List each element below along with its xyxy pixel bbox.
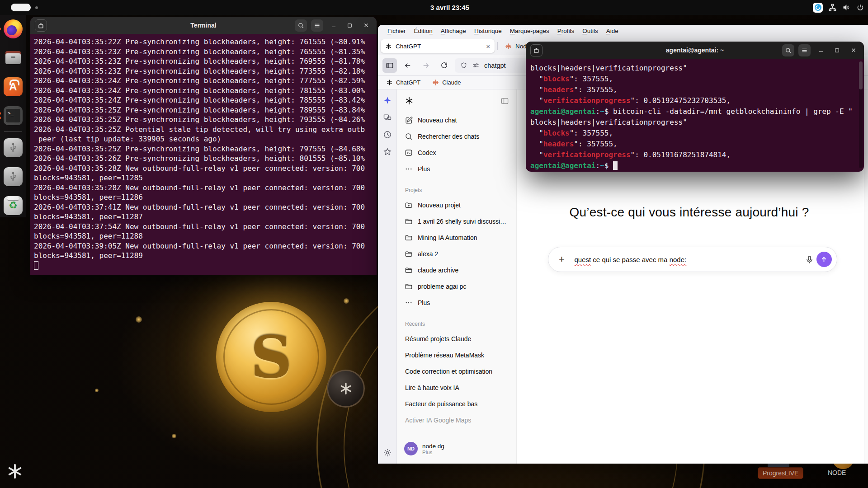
terminal-line: "verificationprogress": 0.05192475232703… xyxy=(530,95,861,106)
bookmark-chatgpt[interactable]: ChatGPT xyxy=(386,79,420,86)
send-button[interactable] xyxy=(816,252,832,267)
terminal-line: "headers": 357555, xyxy=(530,139,861,150)
dock-item-usb-drive[interactable] xyxy=(4,167,23,186)
project-alexa-2[interactable]: alexa 2 xyxy=(401,246,513,262)
project-nouveau-projet[interactable]: Nouveau projet xyxy=(401,197,513,213)
sidebar-item-nouveau-chat[interactable]: Nouveau chat xyxy=(401,112,513,128)
menu-outils[interactable]: Outils xyxy=(579,27,601,35)
menu-profils[interactable]: Profils xyxy=(554,27,578,35)
terminal-line: 2026-04-04T03:35:24Z Pre-synchronizing b… xyxy=(34,76,374,86)
scrollbar[interactable] xyxy=(859,61,863,168)
terminal-line: 2026-04-04T03:35:28Z New outbound-full-r… xyxy=(34,183,374,193)
sidebar-item-codex[interactable]: Codex xyxy=(401,145,513,161)
terminal-output[interactable]: blocks|headers|verificationprogress" "bl… xyxy=(526,59,864,172)
url-text[interactable]: chatgpt xyxy=(484,62,506,69)
recent-chat[interactable]: Lire à haute voix IA xyxy=(401,380,513,396)
project-mining-ia-automation[interactable]: Mining IA Automation xyxy=(401,230,513,246)
status-tray[interactable] xyxy=(813,0,864,15)
screen-share-indicator-icon[interactable] xyxy=(813,3,823,13)
dock-item-trash[interactable]: ♻ xyxy=(4,196,23,215)
clock[interactable]: 3 avril 23:45 xyxy=(407,0,493,15)
dock-item-ubuntu-software[interactable]: A xyxy=(4,77,23,96)
activities-pill[interactable] xyxy=(11,4,31,11)
dock-item-usb-drive[interactable] xyxy=(4,138,23,157)
gear-icon[interactable] xyxy=(383,448,392,457)
menu-icon[interactable] xyxy=(798,44,811,56)
reload-icon[interactable] xyxy=(437,58,451,73)
edit-icon xyxy=(404,116,413,125)
profile-row[interactable]: ND node dg Plus xyxy=(401,437,513,460)
sidebar-projects: Nouveau projet1 avril 26 shelly suivi di… xyxy=(401,197,513,311)
recent-chat[interactable]: Activer IA Google Maps xyxy=(401,412,513,428)
minimize-icon[interactable] xyxy=(815,44,827,56)
bookmark-claude[interactable]: Claude xyxy=(432,79,461,86)
back-icon[interactable] xyxy=(401,58,415,73)
permissions-icon[interactable] xyxy=(472,61,480,69)
menu-historique[interactable]: Historique xyxy=(471,27,505,35)
folder-icon xyxy=(404,266,413,274)
forward-icon[interactable] xyxy=(419,58,433,73)
attach-plus-icon[interactable]: + xyxy=(557,253,567,265)
desktop-label-node[interactable]: NODE xyxy=(828,469,846,476)
recent-chat[interactable]: Problème réseau MetaMask xyxy=(401,347,513,363)
flower-icon xyxy=(339,382,353,395)
project-claude-archive[interactable]: claude archive xyxy=(401,262,513,278)
terminal-output[interactable]: 2026-04-04T03:35:22Z Pre-synchronizing b… xyxy=(30,34,377,275)
sidebar-item-plus[interactable]: Plus xyxy=(401,161,513,177)
menu-aide[interactable]: Aide xyxy=(603,27,622,35)
ai-chatbot-icon[interactable] xyxy=(383,96,392,105)
close-icon[interactable] xyxy=(847,44,859,56)
terminal-line: blocks=943581, peer=11289 xyxy=(34,251,374,261)
firefox-sidebar-strip xyxy=(378,89,397,464)
terminal-line: 2026-04-04T03:35:22Z Pre-synchronizing b… xyxy=(34,37,374,47)
dock: A>_♻ xyxy=(0,15,26,217)
tab-chatgpt[interactable]: ChatGPT× xyxy=(381,39,495,53)
maximize-icon[interactable] xyxy=(344,19,356,32)
terminal-line: 2026-04-04T03:35:24Z Pre-synchronizing b… xyxy=(34,95,374,105)
dock-item-files[interactable] xyxy=(4,48,23,67)
collapse-sidebar-icon[interactable] xyxy=(500,97,509,105)
terminal-window-background[interactable]: Terminal 2026-04-04T03:35:22Z Pr xyxy=(30,17,377,275)
synced-tabs-icon[interactable] xyxy=(383,113,392,122)
terminal-titlebar[interactable]: agentai@agentai: ~ xyxy=(526,42,864,59)
terminal-titlebar[interactable]: Terminal xyxy=(30,17,377,34)
new-tab-icon[interactable] xyxy=(35,19,47,32)
wallpaper-bokeh xyxy=(95,389,99,392)
new-tab-icon[interactable] xyxy=(530,44,542,56)
terminal-line: blocks=943581, peer=11285 xyxy=(34,173,374,183)
chatgpt-logo-icon[interactable] xyxy=(404,96,414,106)
close-icon[interactable] xyxy=(360,19,372,32)
history-icon[interactable] xyxy=(383,130,392,139)
page-title: Qu’est-ce qui vous intéresse aujourd’hui… xyxy=(517,205,862,220)
project-1-avril-26-shelly-suivi-discus[interactable]: 1 avril 26 shelly suivi discussi… xyxy=(401,213,513,230)
project-plus[interactable]: Plus xyxy=(401,295,513,311)
menu-édition[interactable]: Édition xyxy=(411,27,436,35)
search-icon[interactable] xyxy=(782,44,794,56)
recent-chat[interactable]: Code correction et optimisation xyxy=(401,363,513,380)
dock-item-firefox[interactable] xyxy=(4,19,23,38)
minimize-icon[interactable] xyxy=(327,19,340,32)
maximize-icon[interactable] xyxy=(831,44,843,56)
sidebar-toggle-icon[interactable] xyxy=(382,58,397,73)
network-icon xyxy=(828,3,837,12)
menu-fichier[interactable]: Fichier xyxy=(384,27,409,35)
mic-icon[interactable] xyxy=(805,255,814,264)
recent-chat[interactable]: Résumé projets Claude xyxy=(401,331,513,347)
menu-affichage[interactable]: Affichage xyxy=(438,27,469,35)
scrollbar[interactable] xyxy=(864,89,868,464)
search-icon[interactable] xyxy=(295,19,307,32)
bookmarks-icon[interactable] xyxy=(383,147,392,156)
prompt-text[interactable]: quest ce qui se passe avec ma node: xyxy=(575,256,687,263)
project-probleme-agai-pc[interactable]: probleme agai pc xyxy=(401,278,513,295)
recent-chat[interactable]: Facteur de puissance bas xyxy=(401,396,513,412)
terminal-line: blocks=943581, peer=11287 xyxy=(34,212,374,222)
terminal-window-focused[interactable]: agentai@agentai: ~ b xyxy=(526,42,864,172)
menu-icon[interactable] xyxy=(311,19,323,32)
sidebar-item-rechercher-des-chats[interactable]: Rechercher des chats xyxy=(401,128,513,145)
menu-marque-pages[interactable]: Marque-pages xyxy=(507,27,552,35)
desktop-label-progreslive[interactable]: ProgresLIVE xyxy=(758,467,803,479)
shield-icon[interactable] xyxy=(460,62,467,69)
dock-item-terminal[interactable]: >_ xyxy=(4,106,23,125)
prompt-input[interactable]: + quest ce qui se passe avec ma node: xyxy=(548,247,837,272)
close-tab-icon[interactable]: × xyxy=(486,42,490,50)
